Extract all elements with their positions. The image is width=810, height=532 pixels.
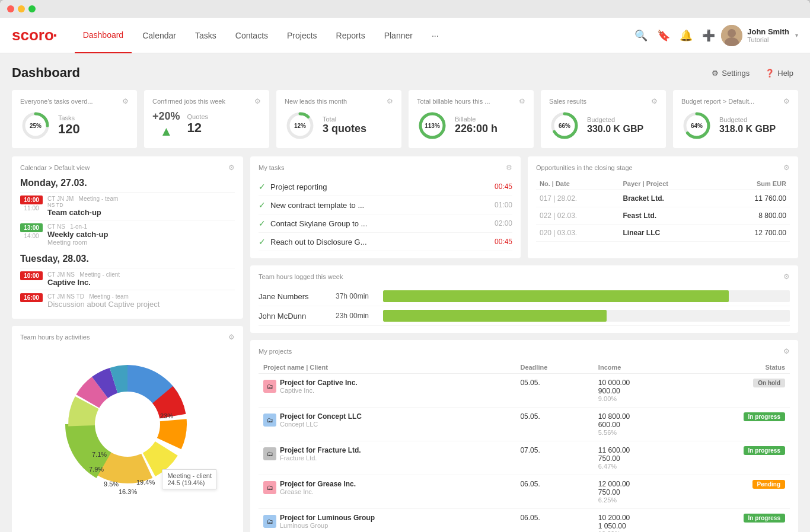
bell-icon[interactable]: 🔔 <box>680 29 693 42</box>
hour-bar-bg <box>383 310 790 322</box>
projects-table: Project name | Client Deadline Income St… <box>259 361 790 532</box>
tasks-gear-icon[interactable]: ⚙ <box>506 164 512 172</box>
billable-value: 226:00 h <box>455 123 498 136</box>
activities-gear-icon[interactable]: ⚙ <box>228 333 235 341</box>
event-time-col: 10:00 11:00 <box>20 196 43 211</box>
hour-value: 37h 00min <box>336 292 377 300</box>
proj-deadline: 05.05. <box>515 374 593 408</box>
task-name: New contract template to ... <box>270 201 490 210</box>
tasks-circle-chart: 25% <box>20 110 51 141</box>
widget-gear-icon[interactable]: ⚙ <box>387 97 393 105</box>
search-icon[interactable]: 🔍 <box>634 29 648 42</box>
settings-icon: ⚙ <box>712 69 719 78</box>
widget-gear-icon[interactable]: ⚙ <box>651 97 658 105</box>
event-title: Discussion about Captive project <box>47 300 235 309</box>
leads-circle-chart: 12% <box>285 110 315 141</box>
task-name: Contact Skylane Group to ... <box>270 219 490 228</box>
event-sub: Meeting room <box>47 239 235 246</box>
widget-gear-icon[interactable]: ⚙ <box>254 97 261 105</box>
page-title: Dashboard <box>12 65 80 81</box>
window-controls <box>7 5 36 12</box>
task-time: 02:00 <box>495 219 512 227</box>
team-hours-gear-icon[interactable]: ⚙ <box>783 273 790 281</box>
budget-circle-chart: 64% <box>681 110 712 141</box>
nav-reports[interactable]: Reports <box>328 18 374 53</box>
proj-icon: 🗂 <box>263 380 276 393</box>
right-column: My tasks ⚙ ✓ Project reporting 00:45 ✓ N… <box>250 156 798 532</box>
widget-sales-results: Sales results ⚙ 66% Budgeted 330.0 K GBP <box>541 90 666 148</box>
help-button[interactable]: ❓ Help <box>760 66 798 81</box>
opp-gear-icon[interactable]: ⚙ <box>783 164 790 172</box>
user-details: John Smith Tutorial <box>747 27 789 43</box>
hour-value: 23h 00min <box>336 312 377 320</box>
hour-person: John McDunn <box>259 312 330 321</box>
cal-event: 16:00 CT JM NS TD Meeting - team Discuss… <box>20 290 235 312</box>
maximize-button[interactable] <box>28 5 36 12</box>
event-time-col: 13:00 14:00 <box>20 223 43 239</box>
day-header-monday: Monday, 27.03. <box>20 178 235 188</box>
navbar: scoro■ Dashboard Calendar Tasks Contacts… <box>0 18 810 53</box>
widget-gear-icon[interactable]: ⚙ <box>783 97 790 105</box>
page-header: Dashboard ⚙ Settings ❓ Help <box>12 65 798 81</box>
task-row: ✓ Reach out to Disclosure G... 00:45 <box>259 233 512 251</box>
proj-income: 11 600.00750.006.47% <box>594 441 681 475</box>
svg-text:7.1%: 7.1% <box>92 451 107 458</box>
nav-calendar[interactable]: Calendar <box>134 18 184 53</box>
proj-income: 10 000.00900.009.00% <box>594 374 681 408</box>
tasks-stats: Tasks 120 <box>58 114 80 137</box>
hours-circle-chart: 113% <box>417 110 448 141</box>
widget-gear-icon[interactable]: ⚙ <box>519 97 525 105</box>
proj-name-cell: 🗂 Project for Grease Inc.Grease Inc. <box>259 475 515 509</box>
nav-dashboard[interactable]: Dashboard <box>75 18 132 53</box>
opp-sum: 8 800.00 <box>717 207 790 225</box>
plus-icon[interactable]: ➕ <box>702 29 715 42</box>
event-badge: 10:00 <box>20 196 43 204</box>
logo[interactable]: scoro■ <box>12 26 57 44</box>
team-hours-widget: Team hours logged this week ⚙ Jane Numbe… <box>250 265 798 333</box>
opp-sum: 12 700.00 <box>717 225 790 242</box>
bookmark-icon[interactable]: 🔖 <box>657 29 670 42</box>
calendar-gear-icon[interactable]: ⚙ <box>228 164 235 172</box>
check-icon: ✓ <box>259 237 266 246</box>
user-menu[interactable]: John Smith Tutorial ▾ <box>721 25 798 46</box>
widget-title-text: Total billable hours this ... <box>417 98 490 105</box>
proj-name-cell: 🗂 Project for Captive Inc.Captive Inc. <box>259 374 515 408</box>
col-income: Income <box>594 361 681 374</box>
table-row: 🗂 Project for Concept LLCConcept LLC 05.… <box>259 408 790 441</box>
nav-tasks[interactable]: Tasks <box>187 18 225 53</box>
user-name: John Smith <box>747 27 789 36</box>
check-icon: ✓ <box>259 200 266 210</box>
hour-bar <box>383 310 607 322</box>
quotes-value: 12 <box>187 120 208 136</box>
table-row: 🗂 Project for Fracture Ltd.Fracture Ltd.… <box>259 441 790 475</box>
hour-person: Jane Numbers <box>259 292 330 301</box>
projects-gear-icon[interactable]: ⚙ <box>783 347 790 355</box>
jobs-percent: +20% <box>152 110 180 123</box>
opp-no-date: 022 | 02.03. <box>536 207 619 225</box>
nav-more[interactable]: ··· <box>423 18 447 53</box>
table-row: 017 | 28.02. Bracket Ltd. 11 760.00 <box>536 190 790 207</box>
nav-icons: 🔍 🔖 🔔 ➕ <box>634 29 715 42</box>
minimize-button[interactable] <box>18 5 25 12</box>
proj-income: 10 200.001 050.0010.29% <box>594 509 681 533</box>
content-grid: Calendar > Default view ⚙ Monday, 27.03.… <box>12 156 798 532</box>
proj-icon: 🗂 <box>263 447 276 460</box>
nav-planner[interactable]: Planner <box>376 18 421 53</box>
titlebar <box>0 0 810 18</box>
widget-tasks-overview: Everyone's tasks overd... ⚙ 25% Tasks 12… <box>12 90 137 148</box>
tooltip-label: Meeting - client <box>167 472 212 479</box>
widget-gear-icon[interactable]: ⚙ <box>122 97 129 105</box>
budgeted-value: 330.0 K GBP <box>587 123 643 134</box>
check-icon: ✓ <box>259 219 266 228</box>
widget-budget-report: Budget report > Default... ⚙ 64% Budgete… <box>673 90 798 148</box>
billable-label: Billable <box>455 116 498 123</box>
close-button[interactable] <box>7 5 14 12</box>
settings-button[interactable]: ⚙ Settings <box>707 66 754 81</box>
leads-stats: Total 3 quotes <box>323 116 366 136</box>
col-no-date: No. | Date <box>536 178 619 190</box>
event-detail: CT NS 1-on-1 Weekly catch-up Meeting roo… <box>47 223 235 246</box>
nav-projects[interactable]: Projects <box>279 18 326 53</box>
proj-status: On hold <box>681 374 790 408</box>
task-row: ✓ Project reporting 00:45 <box>259 178 512 196</box>
nav-contacts[interactable]: Contacts <box>227 18 276 53</box>
